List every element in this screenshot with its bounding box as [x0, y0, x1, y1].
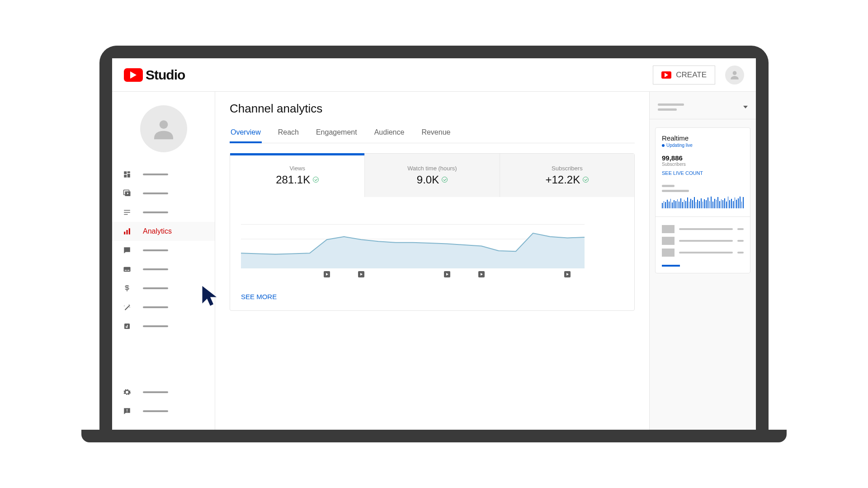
sidebar-item-settings[interactable]	[112, 383, 215, 402]
svg-point-17	[129, 304, 130, 305]
date-range-dropdown[interactable]	[650, 102, 756, 119]
svg-rect-5	[124, 175, 127, 178]
gear-icon	[123, 388, 131, 396]
svg-rect-14	[124, 267, 131, 272]
sidebar-item-analytics[interactable]: Analytics	[112, 222, 215, 241]
svg-rect-11	[124, 232, 125, 235]
sidebar-item-content[interactable]	[112, 184, 215, 203]
realtime-video-row[interactable]	[662, 225, 744, 233]
realtime-subscriber-count: 99,886	[662, 154, 744, 162]
tab-overview[interactable]: Overview	[230, 124, 262, 143]
svg-rect-16	[127, 270, 130, 271]
metric-tab-watch-time-hours-[interactable]: Watch time (hours)9.0K	[365, 154, 500, 197]
see-live-count-link[interactable]: SEE LIVE COUNT	[662, 170, 744, 176]
cursor-pointer-icon	[201, 284, 220, 307]
video-thumb-icon	[662, 225, 675, 233]
svg-rect-4	[127, 174, 130, 178]
create-button[interactable]: CREATE	[653, 66, 715, 84]
tab-engagement[interactable]: Engagement	[315, 124, 358, 143]
tab-audience[interactable]: Audience	[373, 124, 406, 143]
channel-avatar[interactable]	[140, 105, 187, 152]
sidebar-item-audio[interactable]	[112, 317, 215, 336]
youtube-studio-logo[interactable]: Studio	[124, 67, 185, 83]
account-avatar-button[interactable]	[725, 66, 744, 84]
topbar: Studio CREATE	[112, 58, 756, 92]
video-thumb-icon	[662, 237, 675, 245]
metric-tab-subscribers[interactable]: Subscribers+12.2K	[500, 154, 634, 197]
svg-rect-3	[127, 171, 130, 173]
subtitles-icon	[123, 265, 131, 273]
trend-up-icon	[583, 177, 589, 183]
metric-tabs: Views281.1KWatch time (hours)9.0KSubscri…	[230, 154, 634, 197]
live-dot-icon	[662, 144, 665, 147]
realtime-updating-live: Updating live	[662, 143, 744, 148]
app-body: Analytics Channel analytics OverviewReac…	[112, 92, 756, 430]
video-marker-icon[interactable]	[478, 271, 485, 277]
sidebar-item-playlists[interactable]	[112, 203, 215, 222]
svg-rect-12	[127, 230, 128, 235]
sidebar-item-comments[interactable]	[112, 241, 215, 260]
create-video-icon	[661, 71, 671, 79]
see-more-link[interactable]: SEE MORE	[230, 283, 634, 310]
svg-rect-21	[127, 409, 127, 411]
analytics-icon	[123, 227, 131, 235]
video-marker-icon[interactable]	[358, 271, 364, 277]
realtime-count-label: Subscribers	[662, 162, 744, 167]
create-label: CREATE	[676, 70, 707, 80]
main-area: Channel analytics OverviewReachEngagemen…	[215, 92, 756, 430]
right-column: Realtime Updating live 99,886 Subscriber…	[649, 92, 756, 430]
analytics-tabs: OverviewReachEngagementAudienceRevenue	[230, 124, 635, 143]
realtime-card: Realtime Updating live 99,886 Subscriber…	[655, 127, 750, 273]
realtime-sparkline	[662, 197, 744, 208]
sidebar-item-feedback[interactable]	[112, 402, 215, 421]
comment-icon	[123, 246, 131, 254]
video-marker-icon[interactable]	[324, 271, 330, 277]
playlist-icon	[123, 208, 131, 216]
svg-point-1	[159, 120, 168, 129]
laptop-bezel: Studio CREATE Analytics	[99, 46, 769, 430]
magic-wand-icon	[123, 303, 131, 311]
feedback-icon	[123, 407, 131, 415]
realtime-video-row[interactable]	[662, 249, 744, 257]
laptop-base	[81, 430, 787, 442]
video-markers-row	[241, 271, 623, 278]
sidebar-item-customization[interactable]	[112, 298, 215, 317]
svg-rect-2	[124, 171, 127, 174]
svg-rect-13	[129, 228, 130, 235]
realtime-video-row[interactable]	[662, 237, 744, 245]
trend-up-icon	[442, 177, 448, 183]
sidebar-item-dashboard[interactable]	[112, 165, 215, 184]
views-chart	[230, 197, 634, 283]
svg-point-0	[733, 71, 737, 75]
svg-rect-15	[125, 270, 127, 271]
sidebar: Analytics	[112, 92, 215, 430]
tab-revenue[interactable]: Revenue	[420, 124, 451, 143]
svg-point-18	[124, 305, 125, 306]
sidebar-item-subtitles[interactable]	[112, 260, 215, 279]
video-marker-icon[interactable]	[564, 271, 571, 277]
overview-card: Views281.1KWatch time (hours)9.0KSubscri…	[230, 153, 635, 311]
audio-library-icon	[123, 322, 131, 330]
svg-point-19	[129, 307, 130, 308]
svg-rect-22	[127, 412, 127, 413]
trend-up-icon	[313, 177, 319, 183]
page-title: Channel analytics	[230, 102, 635, 116]
app-screen: Studio CREATE Analytics	[112, 58, 756, 430]
sidebar-item-label: Analytics	[143, 227, 172, 235]
center-column: Channel analytics OverviewReachEngagemen…	[215, 92, 649, 430]
dashboard-icon	[123, 170, 131, 178]
logo-text: Studio	[146, 67, 185, 83]
dollar-icon	[123, 284, 131, 292]
realtime-title: Realtime	[662, 134, 744, 142]
metric-tab-views[interactable]: Views281.1K	[230, 154, 365, 197]
sidebar-item-monetization[interactable]	[112, 279, 215, 298]
youtube-play-icon	[124, 68, 143, 82]
video-thumb-icon	[662, 249, 675, 257]
laptop-mockup: Studio CREATE Analytics	[99, 46, 769, 442]
tab-reach[interactable]: Reach	[277, 124, 300, 143]
chevron-down-icon	[743, 106, 748, 108]
video-marker-icon[interactable]	[444, 271, 450, 277]
video-library-icon	[123, 189, 131, 197]
